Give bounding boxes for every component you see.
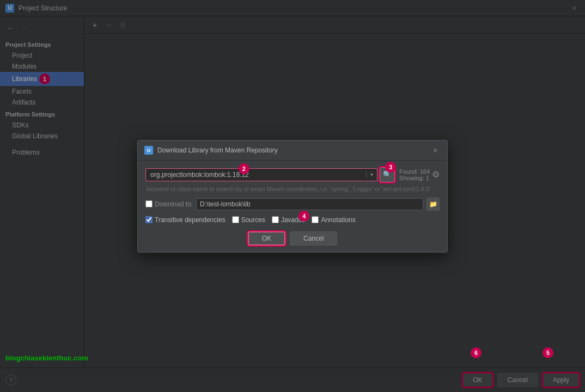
download-path-input[interactable] [196,198,423,210]
download-row: Download to: 📁 [145,198,440,211]
annotations-label[interactable]: Annotations [312,216,355,224]
dialog-close-button[interactable]: × [430,145,441,156]
options-row: Transitive dependencies Sources Javadoc … [145,216,440,224]
dialog-overlay: U Download Library from Maven Repository… [0,0,585,392]
javadoc-checkbox[interactable] [272,216,279,223]
dialog-buttons: OK Cancel [145,231,440,246]
badge-4: 4 [298,211,309,222]
annotations-checkbox[interactable] [312,216,319,223]
hint-text: keyword or class name to search by or ex… [145,186,440,192]
javadoc-label[interactable]: Javadoc 4 [272,216,306,224]
sources-label[interactable]: Sources [232,216,265,224]
badge-6: 6 [471,347,482,358]
badge-3: 3 [385,162,396,173]
dialog-body: ▾ 2 🔍 3 Found: 164 Showing: 1 ⚙ keyword … [138,161,447,252]
search-button[interactable]: 🔍 3 [380,167,395,182]
download-to-checkbox-input[interactable] [145,200,153,207]
browse-button[interactable]: 📁 [426,198,440,211]
maven-dialog: U Download Library from Maven Repository… [137,140,448,253]
dialog-title: Download Library from Maven Repository [157,146,425,154]
search-input-wrapper: ▾ 2 [145,168,377,181]
search-row: ▾ 2 🔍 3 Found: 164 Showing: 1 ⚙ [145,167,440,182]
transitive-dependencies-checkbox[interactable] [145,216,153,223]
found-info: Found: 164 Showing: 1 [399,168,430,181]
dialog-title-bar: U Download Library from Maven Repository… [138,140,447,161]
sources-checkbox[interactable] [232,216,239,223]
search-dropdown-button[interactable]: ▾ [366,171,377,177]
search-input[interactable] [146,169,366,181]
spinner-icon: ⚙ [432,169,440,180]
badge-5: 5 [543,347,553,358]
transitive-dependencies-label[interactable]: Transitive dependencies [145,216,226,224]
download-to-checkbox[interactable]: Download to: [145,200,193,208]
dialog-cancel-button[interactable]: Cancel [290,231,337,246]
showing-text: Showing: 1 [399,175,429,181]
dialog-ok-button[interactable]: OK [248,231,285,246]
dialog-icon: U [144,146,153,155]
badge-2: 2 [239,163,249,174]
found-text: Found: 164 [399,168,430,175]
